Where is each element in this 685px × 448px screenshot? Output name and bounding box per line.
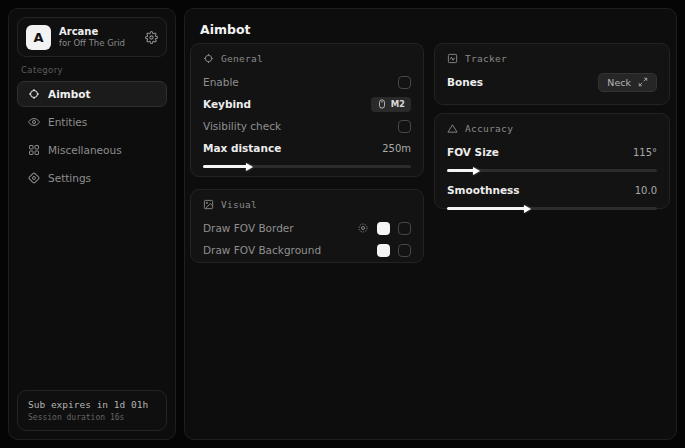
app-header: A Arcane for Off The Grid <box>17 17 167 57</box>
image-icon <box>203 199 214 210</box>
app-logo: A <box>26 25 51 50</box>
slider-fill <box>203 165 247 168</box>
max-distance-value: 250m <box>382 143 411 154</box>
slider-thumb[interactable] <box>473 167 480 175</box>
fov-size-value: 115° <box>633 147 657 158</box>
tracker-card: Tracker Bones Neck <box>434 43 670 105</box>
crosshair-icon <box>203 53 214 64</box>
accuracy-card: Accuracy FOV Size 115° Smoothness 10.0 <box>434 113 670 209</box>
tracker-card-title: Tracker <box>465 53 507 64</box>
sidebar-item-entities[interactable]: Entities <box>17 109 167 135</box>
max-distance-slider[interactable] <box>203 165 411 168</box>
expand-icon <box>638 77 648 87</box>
page-title: Aimbot <box>200 22 251 37</box>
bones-label: Bones <box>447 76 483 88</box>
keybind-label: Keybind <box>203 98 251 110</box>
smoothness-value: 10.0 <box>635 185 657 196</box>
general-card-header: General <box>203 53 411 64</box>
visibility-check-checkbox[interactable] <box>398 120 411 133</box>
session-duration-text: Session duration 16s <box>28 413 156 422</box>
tracker-card-header: Tracker <box>447 53 657 64</box>
triangle-icon <box>447 123 458 134</box>
sidebar-item-miscellaneous[interactable]: Miscellaneous <box>17 137 167 163</box>
visual-card-title: Visual <box>221 199 257 210</box>
fov-border-color-swatch[interactable] <box>377 222 390 235</box>
draw-fov-background-label: Draw FOV Background <box>203 244 321 256</box>
fov-background-color-swatch[interactable] <box>377 244 390 257</box>
bones-value: Neck <box>607 77 631 88</box>
sidebar-item-label: Aimbot <box>48 88 90 100</box>
slider-thumb[interactable] <box>246 163 253 171</box>
sidebar-item-aimbot[interactable]: Aimbot <box>17 81 167 107</box>
smoothness-row: Smoothness 10.0 <box>447 180 657 200</box>
enable-label: Enable <box>203 76 239 88</box>
smoothness-label: Smoothness <box>447 184 520 196</box>
visual-card-header: Visual <box>203 199 411 210</box>
accuracy-card-title: Accuracy <box>465 123 513 134</box>
slider-fill <box>447 169 474 172</box>
slider-fill <box>447 207 525 210</box>
settings-icon <box>27 172 40 184</box>
draw-fov-border-label: Draw FOV Border <box>203 222 294 234</box>
app-subtitle: for Off The Grid <box>59 38 137 48</box>
fov-size-row: FOV Size 115° <box>447 142 657 162</box>
sidebar-nav: Aimbot Entities Miscellaneous Settings <box>9 81 175 191</box>
draw-fov-background-controls <box>377 244 411 257</box>
draw-fov-background-row: Draw FOV Background <box>203 240 411 260</box>
main-panel: Aimbot General Enable Keybind M2 Visibil… <box>184 8 677 440</box>
max-distance-row: Max distance 250m <box>203 138 411 158</box>
sidebar-item-settings[interactable]: Settings <box>17 165 167 191</box>
general-card-title: General <box>221 53 263 64</box>
general-card: General Enable Keybind M2 Visibility che… <box>190 43 424 177</box>
eye-icon <box>27 116 40 128</box>
max-distance-label: Max distance <box>203 142 281 154</box>
enable-checkbox[interactable] <box>398 76 411 89</box>
sidebar: A Arcane for Off The Grid Category Aimbo… <box>8 8 176 440</box>
slider-thumb[interactable] <box>524 205 531 213</box>
crosshair-icon <box>27 88 40 100</box>
bones-row: Bones Neck <box>447 72 657 92</box>
sidebar-item-label: Settings <box>48 172 91 184</box>
subscription-info: Sub expires in 1d 01h Session duration 1… <box>17 390 167 431</box>
smoothness-slider[interactable] <box>447 207 657 210</box>
visibility-check-label: Visibility check <box>203 120 281 132</box>
enable-row: Enable <box>203 72 411 92</box>
fov-size-label: FOV Size <box>447 146 499 158</box>
gear-icon[interactable] <box>145 31 158 44</box>
bones-dropdown[interactable]: Neck <box>598 73 657 92</box>
mouse-icon <box>377 99 387 109</box>
draw-fov-background-checkbox[interactable] <box>398 244 411 257</box>
visual-card: Visual Draw FOV Border Draw FOV Backgrou… <box>190 189 424 263</box>
draw-fov-border-row: Draw FOV Border <box>203 218 411 238</box>
app-meta: Arcane for Off The Grid <box>59 26 137 48</box>
sidebar-item-label: Miscellaneous <box>48 144 122 156</box>
draw-fov-border-controls <box>357 222 411 235</box>
app-title: Arcane <box>59 26 137 37</box>
keybind-row: Keybind M2 <box>203 94 411 114</box>
category-label: Category <box>21 65 165 75</box>
draw-fov-border-checkbox[interactable] <box>398 222 411 235</box>
sidebar-item-label: Entities <box>48 116 87 128</box>
sub-expires-text: Sub expires in 1d 01h <box>28 399 156 410</box>
accuracy-card-header: Accuracy <box>447 123 657 134</box>
keybind-value: M2 <box>391 99 405 109</box>
keybind-button[interactable]: M2 <box>371 97 411 112</box>
gear-icon[interactable] <box>357 222 369 234</box>
grid-icon <box>27 144 40 156</box>
visibility-check-row: Visibility check <box>203 116 411 136</box>
activity-icon <box>447 53 458 64</box>
fov-size-slider[interactable] <box>447 169 657 172</box>
